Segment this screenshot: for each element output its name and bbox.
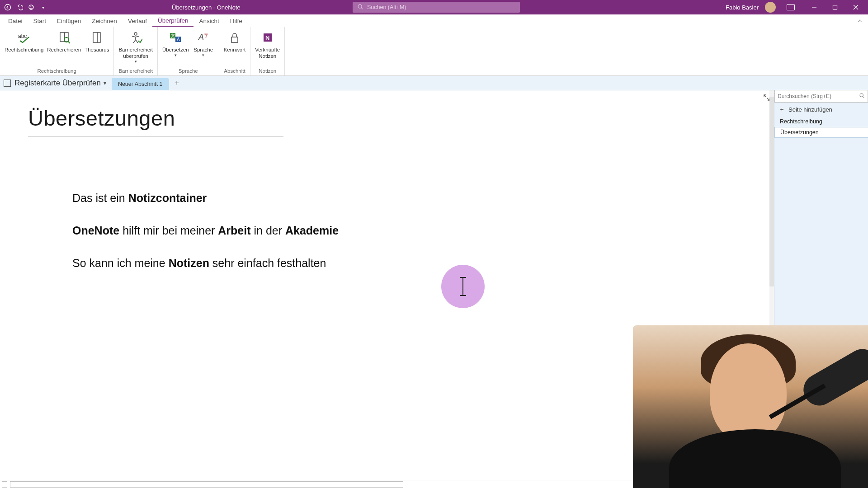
search-icon [357, 4, 363, 11]
search-icon [859, 92, 865, 100]
svg-text:A: A [198, 33, 204, 42]
ribbon-group-notes: Notizen [253, 67, 282, 75]
webcam-overlay [633, 325, 868, 488]
onenote-icon: N [260, 30, 275, 45]
chevron-down-icon: ▾ [202, 53, 204, 58]
menu-bar: Datei Start Einfügen Zeichnen Verlauf Üb… [0, 14, 868, 27]
ribbon: abc Rechtschreibung Recherchieren Thesau… [0, 27, 868, 76]
tab-verlauf[interactable]: Verlauf [123, 16, 152, 26]
minimize-button[interactable] [804, 0, 825, 14]
tab-ueberpruefen[interactable]: Überprüfen [152, 15, 194, 27]
password-button[interactable]: Kennwort [222, 28, 248, 53]
ribbon-group-section: Abschnitt [222, 67, 248, 75]
svg-rect-7 [833, 5, 837, 9]
tab-zeichnen[interactable]: Zeichnen [86, 16, 123, 26]
research-button[interactable]: Recherchieren [45, 28, 83, 53]
note-container[interactable]: Das ist ein Notizcontainer OneNote hilft… [72, 191, 774, 271]
svg-point-4 [358, 5, 362, 8]
page-list-item[interactable]: Rechtschreibung [774, 116, 868, 127]
global-search-input[interactable] [367, 4, 515, 10]
user-name[interactable]: Fabio Basler [726, 4, 759, 11]
display-settings-icon[interactable] [787, 4, 795, 10]
title-bar: ▾ Übersetzungen - OneNote Fabio Basler [0, 0, 868, 14]
chevron-down-icon: ▾ [135, 59, 137, 64]
ribbon-group-accessibility: Barrierefreiheit [117, 67, 154, 75]
notebook-bar: Registerkarte Überprüfen ▾ Neuer Abschni… [0, 76, 868, 90]
svg-text:字: 字 [204, 33, 208, 38]
text-cursor-icon [462, 277, 463, 296]
research-icon [57, 30, 72, 45]
window-title: Übersetzungen - OneNote [172, 4, 241, 11]
language-icon: A字 [196, 30, 211, 45]
notebook-icon [4, 80, 11, 87]
svg-rect-24 [231, 37, 238, 42]
chevron-down-icon: ▾ [175, 53, 177, 58]
note-line-1[interactable]: Das ist ein Notizcontainer [72, 191, 774, 206]
accessibility-button[interactable]: Barrierefreiheit überprüfen ▾ [117, 28, 154, 64]
svg-point-17 [134, 33, 137, 35]
close-button[interactable] [845, 0, 866, 14]
spellcheck-button[interactable]: abc Rechtschreibung [3, 28, 45, 53]
notebook-name[interactable]: Registerkarte Überprüfen [14, 79, 101, 88]
svg-line-28 [863, 97, 864, 98]
svg-point-2 [30, 6, 31, 7]
language-button[interactable]: A字 Sprache ▾ [191, 28, 216, 58]
svg-text:文: 文 [171, 33, 175, 38]
linked-notes-button[interactable]: N Verknüpfte Notizen [253, 28, 282, 60]
undo-icon[interactable] [15, 3, 24, 11]
ribbon-group-spelling: Rechtschreibung [3, 67, 111, 75]
page-search[interactable] [774, 90, 868, 103]
tab-hilfe[interactable]: Hilfe [225, 16, 248, 26]
svg-point-3 [32, 6, 33, 7]
note-line-3[interactable]: So kann ich meine Notizen sehr einfach f… [72, 256, 774, 271]
tab-ansicht[interactable]: Ansicht [193, 16, 224, 26]
svg-line-14 [68, 42, 70, 43]
tab-einfuegen[interactable]: Einfügen [52, 16, 86, 26]
page-search-input[interactable] [778, 93, 859, 99]
thesaurus-button[interactable]: Thesaurus [83, 28, 111, 53]
plus-icon: ＋ [779, 105, 785, 113]
page-list-item-selected[interactable]: Übersetzungen [774, 127, 868, 138]
collapse-ribbon-icon[interactable]: ㅅ [857, 17, 863, 25]
translate-icon: 文A [168, 30, 183, 45]
add-section-button[interactable]: ＋ [171, 77, 183, 89]
notebook-dropdown-icon[interactable]: ▾ [104, 80, 106, 86]
svg-rect-16 [97, 33, 100, 42]
add-page-button[interactable]: ＋ Seite hinzufügen [774, 103, 868, 116]
svg-point-0 [5, 5, 11, 10]
ribbon-group-language: Sprache [160, 67, 216, 75]
qat-customize-icon[interactable]: ▾ [39, 3, 47, 11]
note-line-2[interactable]: OneNote hilft mir bei meiner Arbeit in d… [72, 223, 774, 239]
back-icon[interactable] [4, 3, 12, 11]
svg-point-27 [860, 94, 863, 97]
tab-datei[interactable]: Datei [3, 16, 28, 26]
section-tab[interactable]: Neuer Abschnitt 1 [112, 78, 169, 90]
svg-text:N: N [265, 34, 269, 41]
svg-rect-12 [65, 33, 68, 42]
cursor-highlight [441, 265, 485, 308]
status-cell [10, 481, 403, 488]
lock-icon [227, 30, 242, 45]
svg-text:A: A [177, 37, 180, 42]
status-cell [2, 481, 7, 488]
svg-text:abc: abc [18, 33, 27, 39]
thesaurus-icon [89, 30, 104, 45]
touch-mode-icon[interactable] [27, 3, 35, 11]
global-search[interactable] [353, 2, 520, 13]
spellcheck-icon: abc [16, 30, 32, 45]
avatar[interactable] [765, 2, 776, 13]
maximize-button[interactable] [825, 0, 845, 14]
page-title[interactable]: Übersetzungen [28, 106, 283, 131]
translate-button[interactable]: 文A Übersetzen ▾ [160, 28, 191, 58]
svg-line-5 [361, 8, 363, 9]
svg-rect-15 [93, 33, 97, 42]
tab-start[interactable]: Start [28, 16, 52, 26]
accessibility-icon [128, 30, 143, 45]
